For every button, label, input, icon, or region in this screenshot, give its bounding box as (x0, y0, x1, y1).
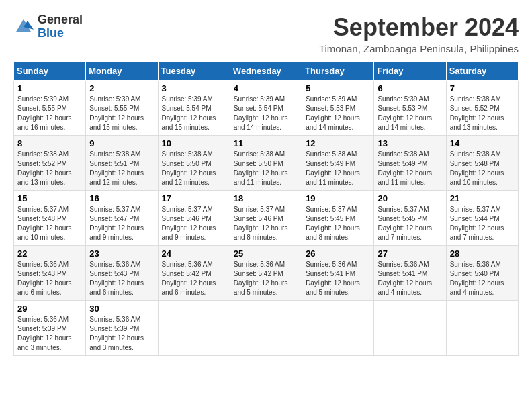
day-number: 1 (17, 83, 82, 93)
day-info: Sunrise: 5:37 AM Sunset: 5:45 PM Dayligh… (378, 205, 442, 242)
logo-general: General (38, 13, 83, 27)
day-info: Sunrise: 5:37 AM Sunset: 5:48 PM Dayligh… (17, 205, 82, 242)
day-number: 21 (450, 193, 515, 203)
day-number: 6 (378, 83, 442, 93)
calendar-header-row: Sunday Monday Tuesday Wednesday Thursday… (14, 62, 519, 81)
table-row: 7Sunrise: 5:38 AM Sunset: 5:52 PM Daylig… (446, 81, 518, 136)
table-row (230, 301, 302, 356)
day-number: 23 (89, 248, 154, 259)
day-info: Sunrise: 5:37 AM Sunset: 5:46 PM Dayligh… (162, 205, 226, 242)
table-row: 8Sunrise: 5:38 AM Sunset: 5:52 PM Daylig… (14, 136, 86, 191)
table-row: 5Sunrise: 5:39 AM Sunset: 5:53 PM Daylig… (302, 81, 374, 136)
day-number: 3 (162, 83, 226, 93)
col-wednesday: Wednesday (230, 62, 302, 81)
logo-blue: Blue (38, 27, 83, 40)
table-row: 11Sunrise: 5:38 AM Sunset: 5:50 PM Dayli… (230, 136, 302, 191)
day-info: Sunrise: 5:36 AM Sunset: 5:42 PM Dayligh… (162, 260, 226, 298)
table-row: 25Sunrise: 5:36 AM Sunset: 5:42 PM Dayli… (230, 246, 302, 301)
table-row (302, 301, 374, 356)
table-row: 19Sunrise: 5:37 AM Sunset: 5:45 PM Dayli… (302, 191, 374, 246)
day-number: 15 (17, 193, 82, 203)
day-info: Sunrise: 5:38 AM Sunset: 5:50 PM Dayligh… (234, 150, 298, 187)
day-info: Sunrise: 5:39 AM Sunset: 5:54 PM Dayligh… (162, 95, 226, 132)
day-info: Sunrise: 5:36 AM Sunset: 5:39 PM Dayligh… (89, 315, 154, 353)
table-row: 23Sunrise: 5:36 AM Sunset: 5:43 PM Dayli… (86, 246, 158, 301)
calendar-week-row: 8Sunrise: 5:38 AM Sunset: 5:52 PM Daylig… (14, 136, 519, 191)
day-info: Sunrise: 5:39 AM Sunset: 5:55 PM Dayligh… (89, 95, 154, 132)
location-title: Timonan, Zamboanga Peninsula, Philippine… (319, 43, 519, 54)
table-row (446, 301, 518, 356)
table-row: 27Sunrise: 5:36 AM Sunset: 5:41 PM Dayli… (374, 246, 446, 301)
day-number: 11 (234, 138, 298, 148)
table-row: 9Sunrise: 5:38 AM Sunset: 5:51 PM Daylig… (86, 136, 158, 191)
col-thursday: Thursday (302, 62, 374, 81)
table-row: 14Sunrise: 5:38 AM Sunset: 5:48 PM Dayli… (446, 136, 518, 191)
table-row: 4Sunrise: 5:39 AM Sunset: 5:54 PM Daylig… (230, 81, 302, 136)
table-row (374, 301, 446, 356)
page-header: General Blue September 2024 Timonan, Zam… (13, 13, 519, 54)
day-number: 9 (89, 138, 154, 148)
day-info: Sunrise: 5:38 AM Sunset: 5:50 PM Dayligh… (162, 150, 226, 187)
day-number: 22 (17, 248, 82, 259)
calendar-week-row: 15Sunrise: 5:37 AM Sunset: 5:48 PM Dayli… (14, 191, 519, 246)
day-info: Sunrise: 5:39 AM Sunset: 5:53 PM Dayligh… (378, 95, 442, 132)
day-info: Sunrise: 5:39 AM Sunset: 5:54 PM Dayligh… (234, 95, 298, 132)
day-number: 28 (450, 248, 515, 259)
table-row: 10Sunrise: 5:38 AM Sunset: 5:50 PM Dayli… (158, 136, 230, 191)
day-number: 16 (89, 193, 154, 203)
month-title: September 2024 (319, 13, 519, 42)
table-row: 28Sunrise: 5:36 AM Sunset: 5:40 PM Dayli… (446, 246, 518, 301)
day-number: 10 (162, 138, 226, 148)
title-section: September 2024 Timonan, Zamboanga Penins… (319, 13, 519, 54)
table-row: 16Sunrise: 5:37 AM Sunset: 5:47 PM Dayli… (86, 191, 158, 246)
table-row (158, 301, 230, 356)
day-info: Sunrise: 5:39 AM Sunset: 5:53 PM Dayligh… (306, 95, 370, 132)
table-row: 24Sunrise: 5:36 AM Sunset: 5:42 PM Dayli… (158, 246, 230, 301)
calendar-table: Sunday Monday Tuesday Wednesday Thursday… (13, 61, 519, 356)
col-monday: Monday (86, 62, 158, 81)
col-tuesday: Tuesday (158, 62, 230, 81)
day-number: 18 (234, 193, 298, 203)
col-sunday: Sunday (14, 62, 86, 81)
table-row: 1Sunrise: 5:39 AM Sunset: 5:55 PM Daylig… (14, 81, 86, 136)
logo-text: General Blue (38, 13, 83, 40)
day-info: Sunrise: 5:38 AM Sunset: 5:49 PM Dayligh… (306, 150, 370, 187)
day-info: Sunrise: 5:38 AM Sunset: 5:51 PM Dayligh… (89, 150, 154, 187)
table-row: 6Sunrise: 5:39 AM Sunset: 5:53 PM Daylig… (374, 81, 446, 136)
day-info: Sunrise: 5:36 AM Sunset: 5:42 PM Dayligh… (234, 260, 298, 298)
day-number: 4 (234, 83, 298, 93)
table-row: 29Sunrise: 5:36 AM Sunset: 5:39 PM Dayli… (14, 301, 86, 356)
day-number: 5 (306, 83, 370, 93)
day-info: Sunrise: 5:38 AM Sunset: 5:52 PM Dayligh… (17, 150, 82, 187)
day-info: Sunrise: 5:38 AM Sunset: 5:48 PM Dayligh… (450, 150, 515, 187)
day-info: Sunrise: 5:36 AM Sunset: 5:43 PM Dayligh… (17, 260, 82, 298)
table-row: 30Sunrise: 5:36 AM Sunset: 5:39 PM Dayli… (86, 301, 158, 356)
day-info: Sunrise: 5:38 AM Sunset: 5:52 PM Dayligh… (450, 95, 515, 132)
day-number: 25 (234, 248, 298, 259)
day-info: Sunrise: 5:36 AM Sunset: 5:43 PM Dayligh… (89, 260, 154, 298)
day-info: Sunrise: 5:37 AM Sunset: 5:46 PM Dayligh… (234, 205, 298, 242)
day-number: 7 (450, 83, 515, 93)
day-info: Sunrise: 5:36 AM Sunset: 5:39 PM Dayligh… (17, 315, 82, 353)
day-info: Sunrise: 5:36 AM Sunset: 5:41 PM Dayligh… (378, 260, 442, 298)
day-number: 29 (17, 304, 82, 314)
day-info: Sunrise: 5:38 AM Sunset: 5:49 PM Dayligh… (378, 150, 442, 187)
logo-icon (13, 17, 34, 37)
day-number: 12 (306, 138, 370, 148)
day-info: Sunrise: 5:39 AM Sunset: 5:55 PM Dayligh… (17, 95, 82, 132)
day-number: 19 (306, 193, 370, 203)
day-number: 20 (378, 193, 442, 203)
day-number: 26 (306, 248, 370, 259)
table-row: 2Sunrise: 5:39 AM Sunset: 5:55 PM Daylig… (86, 81, 158, 136)
day-number: 8 (17, 138, 82, 148)
table-row: 13Sunrise: 5:38 AM Sunset: 5:49 PM Dayli… (374, 136, 446, 191)
day-info: Sunrise: 5:37 AM Sunset: 5:45 PM Dayligh… (306, 205, 370, 242)
col-friday: Friday (374, 62, 446, 81)
day-number: 2 (89, 83, 154, 93)
table-row: 12Sunrise: 5:38 AM Sunset: 5:49 PM Dayli… (302, 136, 374, 191)
day-info: Sunrise: 5:37 AM Sunset: 5:44 PM Dayligh… (450, 205, 515, 242)
table-row: 17Sunrise: 5:37 AM Sunset: 5:46 PM Dayli… (158, 191, 230, 246)
day-number: 30 (89, 304, 154, 314)
day-number: 24 (162, 248, 226, 259)
day-info: Sunrise: 5:36 AM Sunset: 5:41 PM Dayligh… (306, 260, 370, 298)
